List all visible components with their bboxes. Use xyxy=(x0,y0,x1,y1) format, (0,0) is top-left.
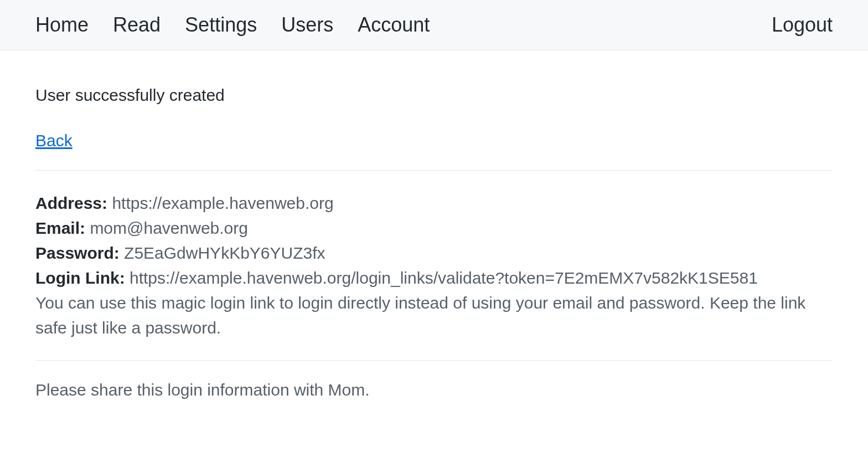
login-link-value: https://example.havenweb.org/login_links… xyxy=(130,269,758,287)
email-label: Email: xyxy=(35,219,85,237)
nav-account[interactable]: Account xyxy=(358,13,430,37)
divider-top xyxy=(35,170,833,171)
address-value: https://example.havenweb.org xyxy=(112,194,333,212)
login-link-note: You can use this magic login link to log… xyxy=(35,290,833,340)
nav-right: Logout xyxy=(772,13,833,37)
navbar: Home Read Settings Users Account Logout xyxy=(0,0,868,50)
status-message: User successfully created xyxy=(35,86,833,105)
main-content: User successfully created Back Address: … xyxy=(0,50,868,399)
nav-settings[interactable]: Settings xyxy=(185,13,257,37)
password-line: Password: Z5EaGdwHYkKbY6YUZ3fx xyxy=(35,240,833,265)
nav-home[interactable]: Home xyxy=(35,13,89,37)
address-line: Address: https://example.havenweb.org xyxy=(35,191,833,216)
user-info-block: Address: https://example.havenweb.org Em… xyxy=(35,191,833,340)
email-line: Email: mom@havenweb.org xyxy=(35,216,833,240)
address-label: Address: xyxy=(35,194,107,212)
nav-left: Home Read Settings Users Account xyxy=(35,13,430,37)
login-link-line: Login Link: https://example.havenweb.org… xyxy=(35,265,833,290)
back-link[interactable]: Back xyxy=(35,131,73,150)
login-link-label: Login Link: xyxy=(35,269,125,287)
nav-users[interactable]: Users xyxy=(281,13,333,37)
password-value: Z5EaGdwHYkKbY6YUZ3fx xyxy=(124,244,325,262)
password-label: Password: xyxy=(35,244,120,262)
email-value: mom@havenweb.org xyxy=(90,219,248,237)
nav-read[interactable]: Read xyxy=(113,13,161,37)
nav-logout[interactable]: Logout xyxy=(772,13,833,36)
share-note: Please share this login information with… xyxy=(35,381,833,399)
divider-bottom xyxy=(35,360,833,361)
